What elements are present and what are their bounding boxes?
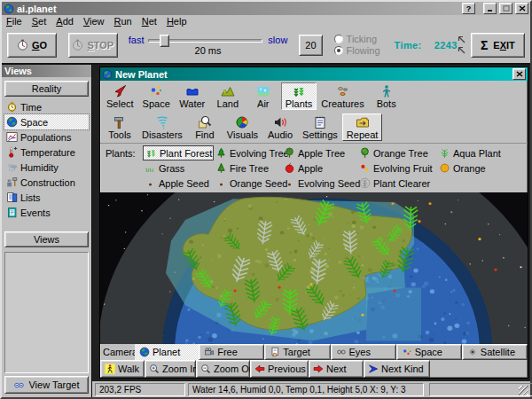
- empty-panel: [429, 383, 532, 396]
- nav-button-label: Walk: [118, 364, 139, 374]
- speed-slider-group: fast slow 20 ms: [129, 34, 288, 56]
- palette-item-label: Evolving Fruit: [373, 163, 433, 174]
- camera-target-button[interactable]: Target: [264, 344, 330, 360]
- camera-satellite-button[interactable]: Satellite: [462, 344, 528, 360]
- stop-button[interactable]: STOP: [68, 33, 118, 58]
- sidebar-item-time[interactable]: Time: [4, 99, 89, 114]
- palette-item-orange-seed[interactable]: Orange Seed: [214, 176, 282, 191]
- repeat-icon: [356, 115, 370, 129]
- palette-item-plant-forest[interactable]: Plant Forest: [143, 145, 214, 160]
- nav-previous-button[interactable]: Previous: [250, 360, 309, 378]
- fire-tree-icon: [215, 162, 227, 174]
- nav-next-button[interactable]: Next: [309, 360, 364, 378]
- tool-land-button[interactable]: Land: [210, 82, 246, 110]
- planet-window-titlebar[interactable]: New Planet: [100, 67, 528, 81]
- speed-slider[interactable]: [148, 35, 262, 45]
- tool-plants-button[interactable]: Plants: [281, 82, 317, 110]
- camera-planet-button[interactable]: Planet: [135, 344, 199, 360]
- go-button[interactable]: GO: [7, 33, 57, 58]
- tool-tools-button[interactable]: Tools: [102, 113, 137, 141]
- views-list[interactable]: [4, 252, 89, 373]
- camera-eyes-button[interactable]: Eyes: [331, 344, 396, 360]
- sidebar-item-lists[interactable]: Lists: [4, 190, 89, 205]
- camera-space-button[interactable]: Space: [396, 344, 462, 360]
- tool-settings-button[interactable]: Settings: [298, 113, 342, 141]
- camera-button-label: Eyes: [349, 347, 371, 357]
- sidebar-item-construction[interactable]: Construction: [4, 175, 89, 190]
- palette-item-apple[interactable]: Apple: [282, 160, 357, 176]
- palette-item-fire-tree[interactable]: Fire Tree: [214, 160, 282, 176]
- close-button[interactable]: [515, 3, 528, 14]
- palette-item-apple-tree[interactable]: Apple Tree: [282, 145, 357, 160]
- palette-item-evolving-seed[interactable]: Evolving Seed: [282, 176, 357, 191]
- nav-row: WalkZoom InZoom OutPreviousNextNext Kind: [100, 360, 528, 378]
- close-x-icon: [516, 71, 523, 77]
- walk-icon: [105, 364, 115, 374]
- palette-item-grass[interactable]: Grass: [143, 160, 214, 176]
- settings-icon: [313, 115, 327, 129]
- palette-item-evolving-fruit[interactable]: Evolving Fruit: [357, 160, 437, 176]
- palette-item-aqua-plant[interactable]: Aqua Plant: [437, 145, 528, 160]
- menu-run[interactable]: Run: [114, 16, 132, 27]
- tool-audio-button[interactable]: Audio: [262, 113, 298, 141]
- tool-disasters-button[interactable]: Disasters: [137, 113, 187, 141]
- sidebar-item-humidity[interactable]: Humidity: [4, 160, 89, 175]
- sidebar-item-space[interactable]: Space: [4, 114, 89, 129]
- tool-find-button[interactable]: Find: [187, 113, 223, 141]
- interval-value-button[interactable]: 20: [299, 35, 322, 56]
- plants-icon: [292, 84, 306, 98]
- tool-water-button[interactable]: Water: [175, 82, 210, 110]
- sidebar-item-temperature[interactable]: Temperature: [4, 145, 89, 160]
- help-titlebar-button[interactable]: ?: [462, 3, 475, 14]
- radio-ticking-icon[interactable]: [334, 35, 343, 43]
- nav-walk-button[interactable]: Walk: [100, 360, 145, 378]
- menu-help[interactable]: Help: [167, 16, 187, 27]
- tool-select-button[interactable]: Select: [102, 82, 138, 110]
- minimize-button[interactable]: [483, 3, 497, 14]
- menu-net[interactable]: Net: [142, 16, 157, 27]
- tool-bots-button[interactable]: Bots: [369, 82, 404, 110]
- mdi-area: New Planet SelectSpaceWaterLandAirPlants…: [92, 65, 530, 381]
- slider-thumb[interactable]: [160, 35, 169, 47]
- camera-button-label: Satellite: [481, 347, 515, 357]
- titlebar[interactable]: ai.planet ?: [2, 2, 530, 15]
- tool-repeat-button[interactable]: Repeat: [342, 113, 382, 141]
- tool-air-button[interactable]: Air: [246, 82, 281, 110]
- palette-item-apple-seed[interactable]: Apple Seed: [143, 176, 214, 191]
- nav-zoom-out-button[interactable]: Zoom Out: [196, 360, 250, 378]
- planet-viewport[interactable]: [100, 192, 528, 344]
- palette-item-orange-tree[interactable]: Orange Tree: [357, 145, 437, 160]
- camera-free-button[interactable]: Free: [199, 344, 264, 360]
- tools-icon: [113, 115, 127, 129]
- fps-panel: 203,2 FPS: [95, 383, 185, 396]
- nav-zoom-in-button[interactable]: Zoom In: [145, 360, 196, 378]
- maximize-button[interactable]: [499, 3, 512, 14]
- planet-window-close-button[interactable]: [512, 68, 526, 80]
- views-header-button[interactable]: Views: [4, 231, 89, 247]
- menu-view[interactable]: View: [83, 16, 105, 27]
- palette-item-evolving-tree[interactable]: Evolving Tree: [214, 145, 282, 160]
- resize-grip-icon[interactable]: [519, 386, 528, 395]
- radio-flowing[interactable]: Flowing: [334, 46, 380, 56]
- reality-header-button[interactable]: Reality: [4, 81, 89, 97]
- sidebar-item-populations[interactable]: Populations: [4, 129, 89, 145]
- radio-ticking[interactable]: Ticking: [334, 35, 380, 44]
- radio-flowing-icon[interactable]: [334, 46, 343, 55]
- exit-button[interactable]: Σ EXIT: [471, 33, 525, 58]
- nav-button-label: Previous: [268, 364, 306, 374]
- sidebar-item-label: Construction: [20, 177, 75, 188]
- palette-item-orange[interactable]: Orange: [437, 160, 528, 176]
- menu-set[interactable]: Set: [32, 16, 47, 27]
- sidebar-item-label: Time: [20, 102, 42, 113]
- tool-space-button[interactable]: Space: [138, 82, 175, 110]
- menu-file[interactable]: File: [6, 16, 22, 27]
- sidebar-item-events[interactable]: Events: [4, 205, 89, 220]
- tool-visuals-button[interactable]: Visuals: [223, 113, 262, 141]
- menu-add[interactable]: Add: [56, 16, 74, 27]
- view-target-button[interactable]: View Target: [4, 376, 89, 394]
- nav-next-kind-button[interactable]: Next Kind: [364, 360, 430, 378]
- planet-window: New Planet SelectSpaceWaterLandAirPlants…: [99, 66, 528, 379]
- tool-creatures-button[interactable]: Creatures: [317, 82, 368, 110]
- tool-label: Disasters: [142, 129, 183, 140]
- palette-item-plant-clearer[interactable]: Plant Clearer: [357, 176, 437, 191]
